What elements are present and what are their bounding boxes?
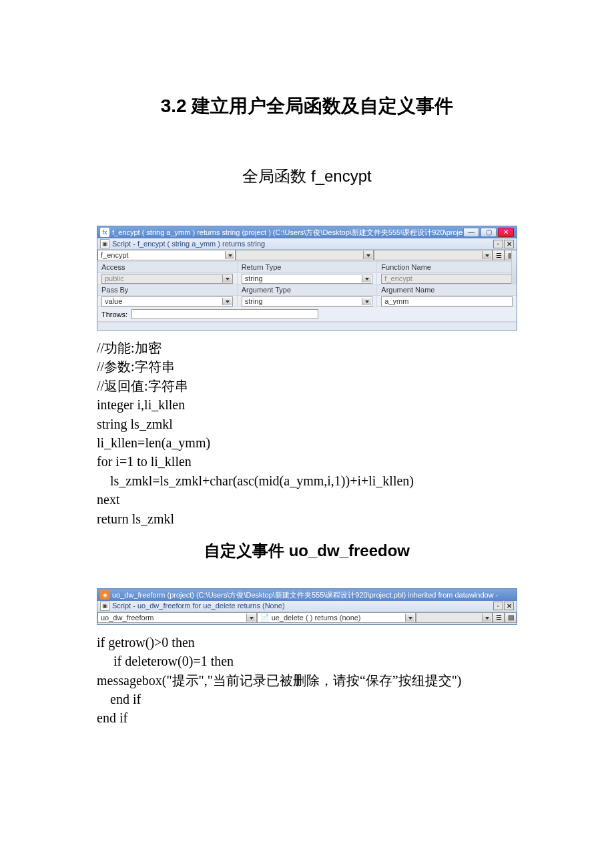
- userobject-icon: ◈: [100, 590, 109, 600]
- script-selector-row-2: uo_dw_freeform 📄 ue_delete ( ) returns (…: [97, 612, 517, 624]
- function-dropdown-value: f_encypt: [101, 250, 129, 260]
- minimize-button[interactable]: —: [463, 228, 479, 237]
- function-icon: fx: [100, 228, 109, 237]
- value-row-1: public string f_encypt: [97, 273, 517, 284]
- event-dropdown[interactable]: [236, 250, 374, 260]
- window-titlebar-2: ◈ uo_dw_freeform (project) (C:\Users\方俊\…: [97, 589, 517, 601]
- sub-restore-button[interactable]: ▫: [493, 240, 503, 248]
- throws-input[interactable]: [131, 309, 318, 319]
- script-subbar-text-2: Script - uo_dw_freeform for ue_delete re…: [112, 600, 285, 612]
- label-return-type: Return Type: [238, 262, 378, 272]
- script-selector-row: f_encypt ☰ ▤: [97, 250, 517, 262]
- script-subbar-text: Script - f_encypt ( string a_ymm ) retur…: [112, 238, 265, 250]
- tool-button-4[interactable]: ▤: [505, 612, 517, 623]
- function-name-input[interactable]: f_encypt: [381, 274, 513, 284]
- section1-heading: 全局函数 f_encypt: [97, 166, 517, 187]
- code-block-1: //功能:加密 //参数:字符串 //返回值:字符串 integer i,li_…: [97, 339, 517, 528]
- scrollbar[interactable]: [97, 322, 517, 330]
- window-title: f_encypt ( string a_ymm ) returns string…: [112, 226, 463, 238]
- main-heading: 3.2 建立用户全局函数及自定义事件: [97, 93, 517, 119]
- argument-name-input[interactable]: a_ymm: [381, 296, 513, 306]
- argument-type-dropdown[interactable]: string: [242, 296, 373, 306]
- label-pass-by: Pass By: [97, 284, 238, 295]
- return-type-dropdown[interactable]: string: [242, 274, 373, 284]
- page-icon: 📄: [260, 613, 270, 622]
- ancestor-dropdown[interactable]: [374, 250, 493, 260]
- script-icon-2: ▣: [100, 602, 109, 611]
- section2-heading: 自定义事件 uo_dw_freedow: [97, 540, 517, 562]
- ancestor-dropdown-2[interactable]: [416, 612, 493, 623]
- function-dropdown[interactable]: f_encypt: [97, 250, 236, 260]
- sub-close-button[interactable]: ✕: [504, 240, 514, 248]
- label-function-name: Function Name: [377, 262, 517, 272]
- throws-row: Throws:: [97, 307, 517, 322]
- object-dropdown[interactable]: uo_dw_freeform: [97, 612, 257, 623]
- tool-button-1[interactable]: ☰: [493, 250, 505, 260]
- event-dropdown-value: ue_delete ( ) returns (none): [272, 613, 361, 622]
- event-dropdown-2[interactable]: 📄 ue_delete ( ) returns (none): [257, 612, 416, 623]
- label-argument-type: Argument Type: [238, 284, 378, 295]
- header-row-2: Pass By Argument Type Argument Name: [97, 284, 517, 296]
- access-dropdown[interactable]: public: [101, 274, 233, 284]
- side-scrollbar[interactable]: [511, 250, 517, 284]
- script-icon: ▣: [100, 239, 109, 248]
- label-access: Access: [97, 262, 238, 272]
- object-dropdown-value: uo_dw_freeform: [101, 613, 154, 622]
- value-row-2: value string a_ymm: [97, 296, 517, 307]
- tool-button-3[interactable]: ☰: [493, 612, 505, 623]
- sub-restore-button-2[interactable]: ▫: [493, 602, 503, 610]
- maximize-button[interactable]: ▢: [481, 228, 497, 237]
- script-subbar: ▣ Script - f_encypt ( string a_ymm ) ret…: [97, 238, 517, 250]
- sub-close-button-2[interactable]: ✕: [504, 602, 514, 610]
- window-titlebar: fx f_encypt ( string a_ymm ) returns str…: [97, 226, 517, 238]
- window-title-2: uo_dw_freeform (project) (C:\Users\方俊\De…: [112, 589, 498, 601]
- label-throws: Throws:: [101, 310, 127, 318]
- header-row-1: Access Return Type Function Name: [97, 262, 517, 273]
- script-editor-window-2: ◈ uo_dw_freeform (project) (C:\Users\方俊\…: [97, 588, 517, 625]
- script-subbar-2: ▣ Script - uo_dw_freeform for ue_delete …: [97, 601, 517, 612]
- pass-by-dropdown[interactable]: value: [101, 296, 233, 306]
- script-editor-window-1: fx f_encypt ( string a_ymm ) returns str…: [97, 226, 517, 331]
- close-button[interactable]: ✕: [498, 228, 514, 237]
- code-block-2: if getrow()>0 then if deleterow(0)=1 the…: [97, 633, 517, 728]
- label-argument-name: Argument Name: [377, 284, 517, 295]
